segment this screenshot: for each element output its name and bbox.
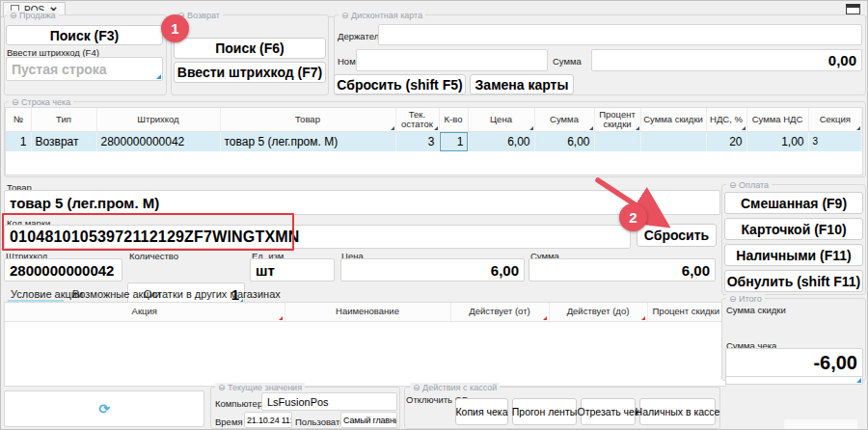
cell-discount-sum [640, 131, 706, 151]
card-sum-field[interactable]: 0,00 [591, 49, 862, 71]
mark-code-field[interactable]: 01048101053972112129ZF7WlNGTXMN [4, 225, 631, 249]
cash-in-drawer-button[interactable]: Наличных в кассе [639, 398, 716, 425]
pos-window: POS ✕ ⊖ Продажа Поиск (F3) Ввести штрихк… [0, 0, 868, 430]
receipt-copy-button[interactable]: Копия чека [455, 398, 508, 425]
item-barcode-field[interactable]: 2800000000042 [4, 258, 122, 282]
receipt-column-header[interactable]: Секция [808, 108, 862, 131]
step-1-badge: 1 [161, 14, 189, 42]
item-price-field[interactable]: 6,00 [340, 258, 525, 282]
card-replace-button[interactable]: Замена карты [470, 74, 574, 94]
item-sum-field[interactable]: 6,00 [529, 258, 716, 282]
time-field[interactable]: 21.10.24 11:39 [244, 412, 292, 428]
receipt-column-header[interactable]: Тек. остаток [395, 108, 439, 131]
table-row[interactable]: 1 Возврат 2800000000042 товар 5 (лег.про… [6, 131, 862, 151]
return-barcode-button[interactable]: Ввести штрихкод (F7) [174, 62, 326, 83]
refresh-icon: ⟳ [98, 401, 110, 417]
promo-column-header[interactable]: Процент скидки [647, 303, 725, 321]
promo-column-header[interactable]: Действует (от) [450, 303, 549, 321]
total-receipt-field[interactable]: -6,00 [725, 348, 863, 377]
receipt-column-header[interactable]: Сумма скидки [640, 108, 706, 131]
card-holder-label: Держатель [338, 31, 384, 41]
receipt-column-header[interactable]: К-во [439, 108, 468, 131]
receipt-column-header[interactable]: НДС, % [706, 108, 746, 131]
sale-search-button[interactable]: Поиск (F3) [6, 25, 163, 45]
step-2-badge: 2 [619, 203, 647, 231]
cell-qty-selected[interactable]: 1 [439, 131, 468, 151]
cell-sum: 6,00 [534, 131, 594, 151]
receipt-column-header[interactable]: № [6, 108, 31, 131]
receipt-column-header[interactable]: Сумма [534, 108, 594, 131]
cell-discount-percent [594, 131, 640, 151]
card-holder-input[interactable] [379, 25, 861, 44]
cell-type: Возврат [31, 131, 96, 151]
return-search-button[interactable]: Поиск (F6) [174, 38, 326, 59]
sale-barcode-input[interactable] [7, 58, 162, 80]
cell-price: 6,00 [468, 131, 534, 151]
receipt-column-header[interactable]: Тип [31, 108, 96, 131]
tab-other-stores-stock[interactable]: Остатки в других магазинах [144, 288, 281, 300]
payment-card-button[interactable]: Карточкой (F10) [724, 218, 863, 240]
cell-product: товар 5 (лег.пром. М) [220, 131, 395, 151]
promo-column-header[interactable]: Акция [5, 303, 285, 321]
card-holder-field-box [378, 24, 862, 45]
receipt-line-group-label: ⊖ Строка чека [9, 97, 73, 107]
receipt-column-header[interactable]: Штрихкод [96, 108, 220, 131]
receipt-column-header[interactable]: Процент скидки [594, 108, 640, 131]
collapse-icon[interactable]: ⊖ [12, 97, 19, 107]
promo-column-header[interactable]: Действует (до) [549, 303, 647, 321]
cell-barcode: 2800000000042 [96, 131, 220, 151]
collapse-icon[interactable]: ⊖ [341, 11, 349, 20]
time-label: Время [215, 417, 243, 427]
total-group-label: ⊖ Итого [726, 294, 765, 304]
item-unit-field[interactable]: шт [250, 258, 335, 282]
collapse-icon[interactable]: ⊖ [218, 383, 226, 392]
user-field[interactable]: Самый главны... [340, 412, 397, 428]
status-strip [784, 419, 857, 429]
payment-mixed-button[interactable]: Смешанная (F9) [724, 192, 863, 214]
receipt-column-header[interactable]: Цена [468, 108, 534, 131]
receipt-column-header[interactable]: Товар [220, 108, 395, 131]
promo-column-header[interactable]: Наименование [285, 303, 450, 321]
cell-vat-sum: 1,00 [746, 131, 808, 151]
total-discount-label: Сумма скидки [726, 305, 786, 315]
tape-run-button[interactable]: Прогон ленты [512, 398, 577, 425]
collapse-icon[interactable]: ⊖ [729, 180, 737, 190]
cell-section: 3 [808, 131, 862, 151]
discount-card-group-label: ⊖ Дисконтная карта [339, 11, 425, 20]
sale-barcode-field-box [6, 57, 163, 81]
computer-label: Компьютер [215, 398, 262, 409]
payment-cash-button[interactable]: Наличными (F11) [724, 244, 863, 266]
cell-num: 1 [6, 131, 31, 151]
current-values-group-label: ⊖ Текущие значения [215, 383, 305, 392]
collapse-icon[interactable]: ⊖ [729, 294, 737, 304]
cell-stock: 3 [395, 131, 439, 151]
promo-table: Акция Наименование Действует (от) Действ… [4, 302, 726, 387]
maximize-icon[interactable] [846, 4, 860, 14]
card-reset-button[interactable]: Сбросить (shift F5) [334, 74, 466, 94]
async-panel: ⟳ [4, 390, 204, 427]
receipt-column-header[interactable]: Сумма НДС [746, 108, 808, 131]
payment-void-button[interactable]: Обнулить (shift F11) [724, 270, 863, 292]
cash-actions-group-label: ⊖ Действия с кассой [410, 383, 500, 392]
computer-field[interactable]: LsFusionPos [261, 392, 397, 411]
sale-group-label: ⊖ Продажа [7, 11, 59, 20]
item-qty-label: Количество [129, 251, 178, 261]
card-sum-label: Сумма [553, 56, 582, 67]
cut-receipt-button[interactable]: Отрезать чек [581, 398, 636, 425]
card-number-input[interactable] [357, 50, 547, 70]
collapse-icon[interactable]: ⊖ [413, 383, 420, 392]
receipt-line-table: № Тип Штрихкод Товар Тек. остаток К-во Ц… [5, 107, 863, 175]
payment-group-label: ⊖ Оплата [726, 180, 772, 190]
cell-vat-percent: 20 [706, 131, 746, 151]
collapse-icon[interactable]: ⊖ [10, 11, 17, 20]
card-number-field-box [356, 49, 548, 71]
